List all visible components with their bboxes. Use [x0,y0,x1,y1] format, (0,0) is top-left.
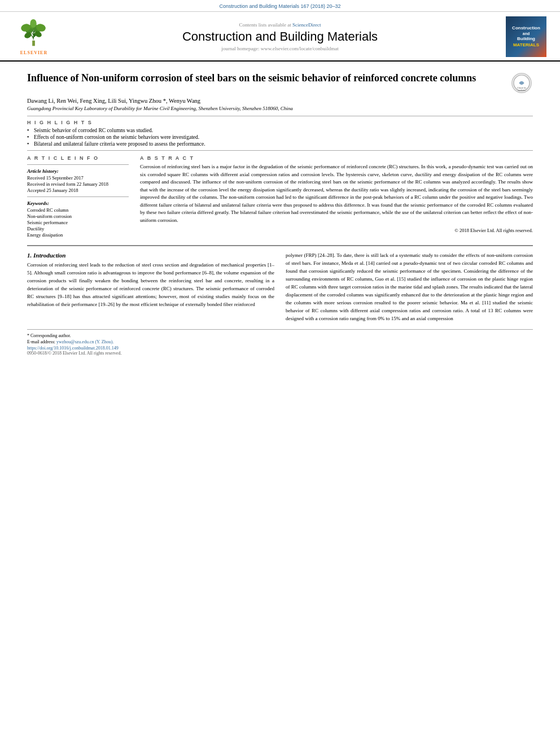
check-for-updates-badge: Check for updates [510,72,533,94]
copyright: © 2018 Elsevier Ltd. All rights reserved… [140,228,533,233]
journal-title: Construction and Building Materials [62,29,498,44]
journal-title-center: Contents lists available at ScienceDirec… [62,16,498,57]
journal-homepage: journal homepage: www.elsevier.com/locat… [62,46,498,51]
keyword-2: Non-uniform corrosion [27,213,129,219]
svg-point-6 [30,19,36,28]
journal-citation: Construction and Building Materials 167 … [219,3,340,9]
elsevier-label: ELSEVIER [20,50,47,55]
revised-date: Received in revised form 22 January 2018 [27,181,129,187]
affiliation: Guangdong Provincial Key Laboratory of D… [27,106,533,111]
highlights-list: Seismic behavior of corroded RC columns … [27,128,533,147]
highlight-item-2: Effects of non-uniform corrosion on the … [27,134,533,140]
history-label: Article history: [27,168,129,174]
article-info-column: A R T I C L E I N F O Article history: R… [27,155,129,238]
journal-header: ELSEVIER Contents lists available at Sci… [0,12,560,62]
svg-rect-0 [32,41,35,46]
svg-text:updates: updates [518,89,525,91]
divider-2 [27,150,533,151]
keyword-1: Corroded RC column [27,207,129,213]
article-info-label: A R T I C L E I N F O [27,155,129,161]
journal-cover: Construction and Building MATERIALS [504,16,549,57]
issn-line: 0950-0618/© 2018 Elsevier Ltd. All right… [27,351,533,356]
page: Construction and Building Materials 167 … [0,0,560,747]
main-content: Influence of Non-uniform corrosion of st… [0,62,560,361]
highlight-item-1: Seismic behavior of corroded RC columns … [27,128,533,133]
doi-link[interactable]: https://doi.org/10.1016/j.conbuildmat.20… [27,346,533,351]
article-info-abstract: A R T I C L E I N F O Article history: R… [27,155,533,238]
cover-line1: Construction [512,25,540,31]
email-address[interactable]: ywzhou@szu.edu.cn (Y. Zhou). [56,339,113,344]
keyword-5: Energy dissipation [27,232,129,238]
authors: Dawang Li, Ren Wei, Feng Xing, Lili Sui,… [27,98,533,104]
top-citation-bar: Construction and Building Materials 167 … [0,0,560,12]
intro-text-col2: polymer (FRP) [24–28]. To date, there is… [286,252,533,322]
cover-line3: Building [512,36,540,42]
article-title-section: Influence of Non-uniform corrosion of st… [27,72,533,94]
cover-line2: and [512,31,540,36]
elsevier-tree-icon [17,18,51,49]
intro-heading: 1. Introduction [27,252,274,259]
accepted-date: Accepted 25 January 2018 [27,187,129,193]
introduction-section: 1. Introduction Corrosion of reinforcing… [27,252,533,322]
divider-info [27,164,129,165]
received-date: Received 15 September 2017 [27,175,129,181]
intro-col-right: polymer (FRP) [24–28]. To date, there is… [286,252,533,322]
divider-keywords [27,196,129,197]
abstract-column: A B S T R A C T Corrosion of reinforcing… [140,155,533,238]
intro-text-col1: Corrosion of reinforcing steel leads to … [27,261,274,309]
keyword-3: Seismic performance [27,220,129,225]
elsevier-branding: ELSEVIER [11,16,56,57]
highlights-section: H I G H L I G H T S Seismic behavior of … [27,120,533,147]
journal-cover-image: Construction and Building MATERIALS [506,16,546,57]
footer: * Corresponding author. E-mail address: … [27,329,533,356]
cover-line4: MATERIALS [512,42,540,48]
highlight-item-3: Bilateral and unilateral failure criteri… [27,141,533,147]
article-title: Influence of Non-uniform corrosion of st… [27,72,505,85]
abstract-label: A B S T R A C T [140,155,533,161]
keyword-4: Ductility [27,226,129,231]
highlights-label: H I G H L I G H T S [27,120,533,125]
intro-col-left: 1. Introduction Corrosion of reinforcing… [27,252,274,322]
email-line: E-mail address: ywzhou@szu.edu.cn (Y. Zh… [27,339,533,344]
elsevier-logo: ELSEVIER [11,18,56,55]
abstract-text: Corrosion of reinforcing steel bars is a… [140,163,533,224]
corresponding-note: * Corresponding author. [27,333,533,338]
divider-main [27,245,533,246]
keywords-label: Keywords: [27,200,129,206]
sciencedirect-link: Contents lists available at ScienceDirec… [62,22,498,28]
divider-1 [27,116,533,116]
